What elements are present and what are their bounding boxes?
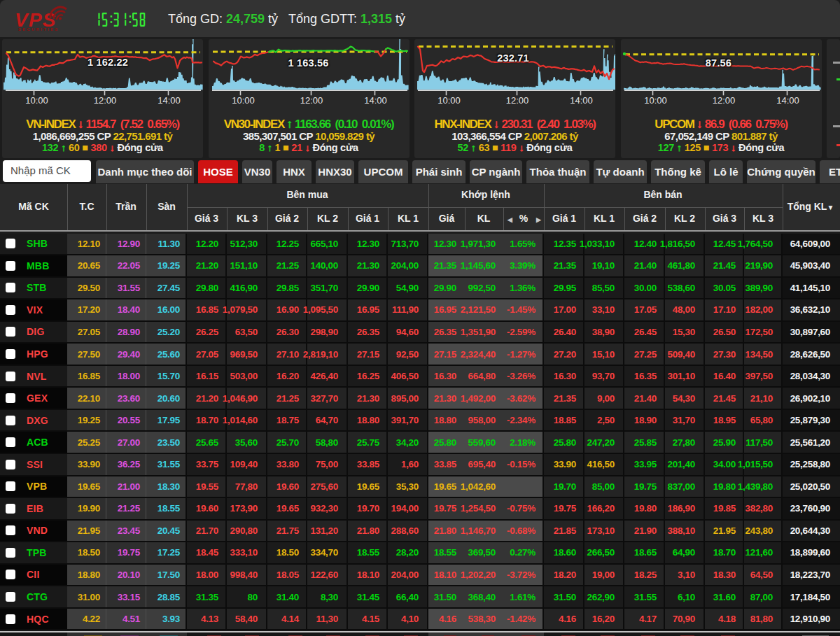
svg-text:SECURITIES: SECURITIES	[18, 27, 59, 31]
svg-text:12:00: 12:00	[506, 95, 529, 106]
svg-text:12:00: 12:00	[94, 95, 117, 106]
svg-text:12:00: 12:00	[712, 95, 735, 106]
svg-text:12:00: 12:00	[300, 95, 323, 106]
svg-text:10:00: 10:00	[644, 95, 667, 106]
svg-text:10:00: 10:00	[232, 95, 255, 106]
svg-text:14:00: 14:00	[776, 95, 799, 106]
svg-text:14:00: 14:00	[364, 95, 387, 106]
svg-text:14:00: 14:00	[570, 95, 593, 106]
svg-text:14:00: 14:00	[158, 95, 181, 106]
svg-text:10:00: 10:00	[25, 95, 48, 106]
svg-text:10:00: 10:00	[438, 95, 461, 106]
